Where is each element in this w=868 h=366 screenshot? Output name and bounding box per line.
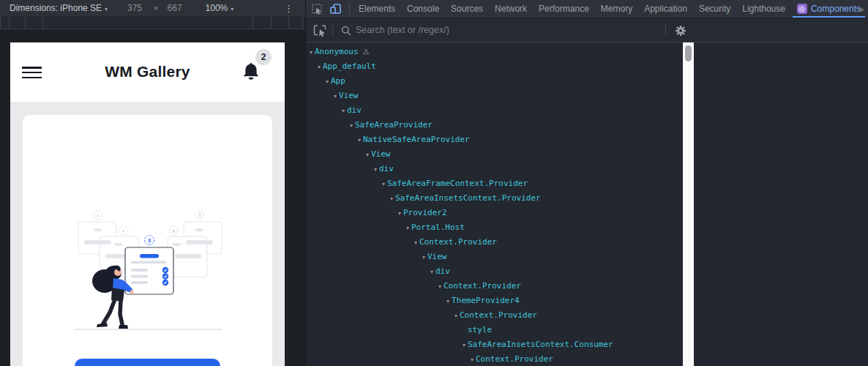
- app-body: ✓ ✓ 4 5 3: [10, 102, 285, 366]
- tree-row[interactable]: ▾div: [306, 162, 683, 176]
- app-header: WM Gallery 2: [10, 42, 285, 102]
- tab-elements[interactable]: Elements: [353, 0, 401, 18]
- scrollbar-thumb[interactable]: [685, 45, 692, 61]
- tab-application[interactable]: Application: [638, 0, 693, 18]
- tree-row[interactable]: ▾Context.Provider: [306, 279, 683, 294]
- component-name: Anonymous: [315, 47, 359, 56]
- expand-arrow-icon[interactable]: ▾: [412, 236, 419, 250]
- expand-arrow-icon[interactable]: ▾: [364, 148, 371, 163]
- pane-divider: [305, 0, 306, 366]
- tab-lighthouse[interactable]: Lighthouse: [736, 0, 791, 18]
- device-width-field[interactable]: 375: [127, 3, 142, 13]
- dimensions-select[interactable]: Dimensions: iPhone SE▾: [10, 3, 108, 13]
- tree-row[interactable]: ▾div: [306, 264, 683, 279]
- expand-arrow-icon[interactable]: ▾: [420, 250, 427, 265]
- expand-arrow-icon[interactable]: ▾: [404, 221, 411, 236]
- component-name: SafeAreaInsetsContext.Consumer: [468, 340, 613, 349]
- device-toolbar-icon[interactable]: [330, 4, 342, 14]
- svg-text:✓: ✓: [96, 213, 100, 218]
- component-name: App: [331, 76, 345, 86]
- more-tabs-button[interactable]: »: [858, 0, 864, 18]
- expand-arrow-icon[interactable]: ▾: [332, 89, 339, 104]
- devtools-tabs: ElementsConsoleSourcesNetworkPerformance…: [353, 0, 867, 18]
- component-name: SafeAreaFrameContext.Provider: [387, 179, 528, 188]
- expand-arrow-icon[interactable]: ▾: [356, 133, 363, 148]
- tree-row[interactable]: ▾Context.Provider: [306, 235, 683, 250]
- tree-row[interactable]: ▾SafeAreaInsetsContext.Consumer: [306, 337, 683, 352]
- zoom-select[interactable]: 100%▾: [206, 3, 234, 13]
- expand-arrow-icon[interactable]: ▾: [460, 338, 468, 353]
- search-input[interactable]: [356, 22, 634, 38]
- device-screen: WM Gallery 2: [10, 42, 285, 366]
- tab-sources[interactable]: Sources: [445, 0, 489, 18]
- components-search-row: [306, 18, 868, 42]
- inspect-element-icon[interactable]: [312, 4, 323, 15]
- tab-network[interactable]: Network: [489, 0, 533, 18]
- expand-arrow-icon[interactable]: ▾: [468, 353, 476, 366]
- tree-row[interactable]: ▾Anonymous⚠: [306, 45, 683, 59]
- device-toolbar: Dimensions: iPhone SE▾ 375 × 667 100%▾ ⋮: [0, 0, 306, 16]
- tree-scrollbar[interactable]: [683, 42, 694, 366]
- tree-row[interactable]: ▾Portal.Host: [306, 220, 683, 235]
- empty-state-illustration: ✓ ✓ 4 5 3: [69, 209, 226, 333]
- tab-console[interactable]: Console: [401, 0, 445, 18]
- expand-arrow-icon[interactable]: ▾: [323, 75, 331, 89]
- search-divider: [665, 24, 666, 37]
- tree-row[interactable]: ▾App_default: [306, 59, 683, 74]
- svg-text:4: 4: [172, 228, 175, 234]
- tree-row[interactable]: ▾ThemeProvider4: [306, 294, 683, 308]
- devtools-window: Dimensions: iPhone SE▾ 375 × 667 100%▾ ⋮…: [0, 0, 868, 366]
- expand-arrow-icon[interactable]: ▾: [348, 119, 355, 133]
- expand-arrow-icon[interactable]: ▾: [372, 163, 379, 177]
- warning-icon: ⚠: [363, 48, 370, 56]
- tree-row[interactable]: ▾Provider2: [306, 206, 683, 220]
- component-name: View: [371, 149, 391, 159]
- expand-arrow-icon[interactable]: ▾: [307, 45, 315, 60]
- expand-arrow-icon[interactable]: ▾: [315, 60, 323, 75]
- expand-arrow-icon[interactable]: ▾: [428, 265, 435, 280]
- toolbar-divider: [349, 3, 350, 15]
- tree-row[interactable]: ▾App: [306, 74, 683, 89]
- tree-row[interactable]: ▾View: [306, 147, 683, 162]
- notification-bell-button[interactable]: [242, 62, 261, 82]
- component-name: div: [347, 105, 362, 115]
- devtools-tab-bar: ElementsConsoleSourcesNetworkPerformance…: [306, 0, 868, 18]
- gear-icon[interactable]: [675, 25, 686, 37]
- tree-row[interactable]: ▾div: [306, 103, 683, 118]
- component-tree: ▾Anonymous⚠▾App_default▾App▾View▾div▾Saf…: [306, 42, 683, 366]
- component-name: style: [468, 325, 492, 335]
- component-name: Context.Provider: [460, 310, 537, 320]
- tab-components[interactable]: Components: [791, 0, 867, 18]
- dimensions-label: Dimensions: iPhone SE: [10, 3, 102, 13]
- expand-arrow-icon[interactable]: ▾: [380, 177, 387, 192]
- tree-row[interactable]: style: [306, 323, 683, 337]
- tree-row[interactable]: ▾SafeAreaProvider: [306, 118, 683, 132]
- select-element-icon[interactable]: [313, 24, 326, 37]
- tree-row[interactable]: ▾SafeAreaFrameContext.Provider: [306, 176, 683, 191]
- expand-arrow-icon[interactable]: ▾: [444, 294, 452, 309]
- expand-arrow-icon[interactable]: ▾: [340, 104, 347, 119]
- component-name: ThemeProvider4: [452, 296, 520, 305]
- expand-arrow-icon[interactable]: ▾: [388, 192, 395, 206]
- svg-text:✓: ✓: [121, 228, 126, 234]
- tree-row[interactable]: ▾Context.Provider: [306, 308, 683, 323]
- tree-row[interactable]: ▾SafeAreaInsetsContext.Provider: [306, 191, 683, 206]
- tree-row[interactable]: ▾NativeSafeAreaProvider: [306, 132, 683, 147]
- tree-row[interactable]: ▾Context.Provider: [306, 352, 683, 366]
- devtools-pane: ElementsConsoleSourcesNetworkPerformance…: [306, 0, 868, 366]
- tab-security[interactable]: Security: [693, 0, 736, 18]
- content-card: ✓ ✓ 4 5 3: [23, 115, 272, 366]
- tree-row[interactable]: ▾View: [306, 89, 683, 103]
- tab-performance[interactable]: Performance: [533, 0, 595, 18]
- props-pane: [694, 42, 868, 366]
- expand-arrow-icon[interactable]: ▾: [436, 280, 444, 294]
- more-options-menu[interactable]: ⋮: [284, 3, 293, 14]
- primary-action-button[interactable]: [75, 359, 220, 366]
- expand-arrow-icon[interactable]: ▾: [452, 309, 460, 324]
- component-name: SafeAreaProvider: [355, 120, 433, 130]
- expand-arrow-icon[interactable]: ▾: [396, 206, 403, 221]
- tree-row[interactable]: ▾View: [306, 250, 683, 264]
- search-divider: [332, 24, 333, 37]
- tab-memory[interactable]: Memory: [595, 0, 638, 18]
- device-height-field[interactable]: 667: [168, 3, 182, 13]
